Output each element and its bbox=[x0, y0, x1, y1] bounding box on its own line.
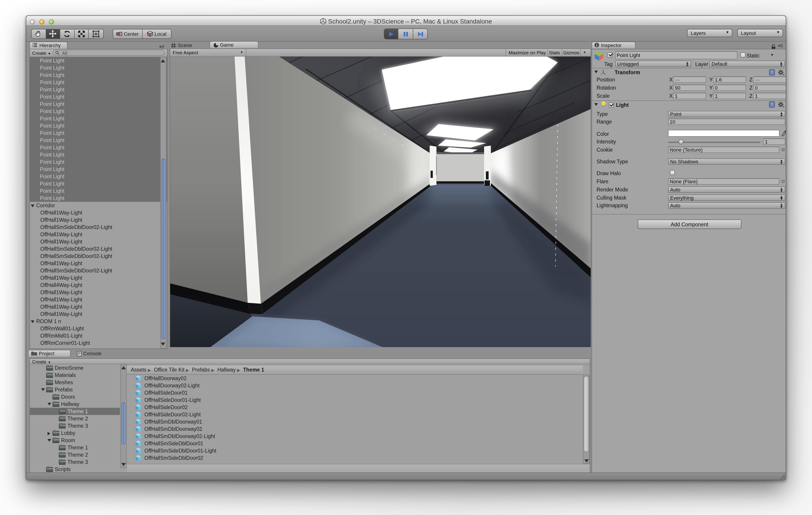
svg-text:?: ? bbox=[771, 102, 773, 107]
svg-text:?: ? bbox=[771, 70, 773, 75]
